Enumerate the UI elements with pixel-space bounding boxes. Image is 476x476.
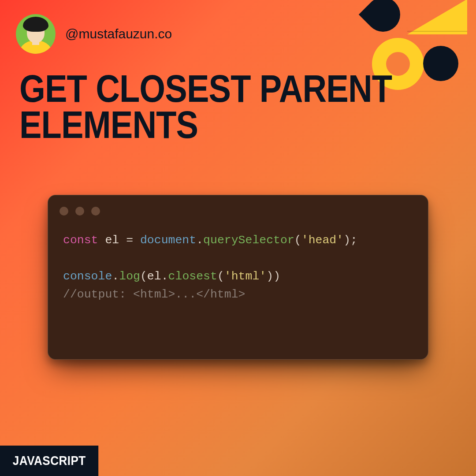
- paren-close: );: [343, 234, 357, 247]
- paren-open: (: [217, 270, 224, 283]
- paren-open: (: [140, 270, 147, 283]
- category-tag: JAVASCRIPT: [0, 446, 99, 476]
- traffic-dot-icon: [91, 207, 100, 216]
- divider-line: [407, 31, 467, 32]
- dot: .: [161, 270, 168, 283]
- object: console: [63, 270, 112, 283]
- paren-close: ): [273, 270, 280, 283]
- traffic-dot-icon: [75, 207, 84, 216]
- window-controls: [48, 195, 428, 218]
- paren-close: ): [266, 270, 273, 283]
- dot: .: [112, 270, 119, 283]
- page-title: GET CLOSEST PARENT ELEMENTS: [19, 71, 392, 143]
- function: closest: [168, 270, 217, 283]
- function: log: [119, 270, 140, 283]
- header: @mustafauzun.co: [16, 14, 172, 54]
- code-line-2: console.log(el.closest('html')): [63, 268, 413, 286]
- code-comment: //output: <html>...</html>: [63, 286, 413, 304]
- title-line-1: GET CLOSEST PARENT: [19, 71, 392, 107]
- dot: .: [196, 234, 203, 247]
- blank-line: [63, 249, 413, 268]
- keyword: const: [63, 234, 98, 247]
- triangle-shape-icon: [407, 0, 467, 34]
- code-block: const el = document.querySelector('head'…: [48, 218, 428, 304]
- paren-open: (: [294, 234, 301, 247]
- string: 'head': [301, 234, 343, 247]
- traffic-dot-icon: [60, 207, 68, 216]
- variable: el: [147, 270, 161, 283]
- title-line-2: ELEMENTS: [19, 107, 392, 143]
- avatar: [16, 14, 56, 54]
- operator: =: [126, 234, 133, 247]
- variable: el: [105, 234, 119, 247]
- object: document: [140, 234, 196, 247]
- circle-shape-icon: [423, 46, 458, 81]
- string: 'html': [224, 270, 266, 283]
- function: querySelector: [203, 234, 294, 247]
- code-line-1: const el = document.querySelector('head'…: [63, 231, 413, 249]
- code-card: const el = document.querySelector('head'…: [48, 195, 428, 360]
- author-handle: @mustafauzun.co: [65, 26, 172, 41]
- drop-shape-icon: [359, 0, 407, 39]
